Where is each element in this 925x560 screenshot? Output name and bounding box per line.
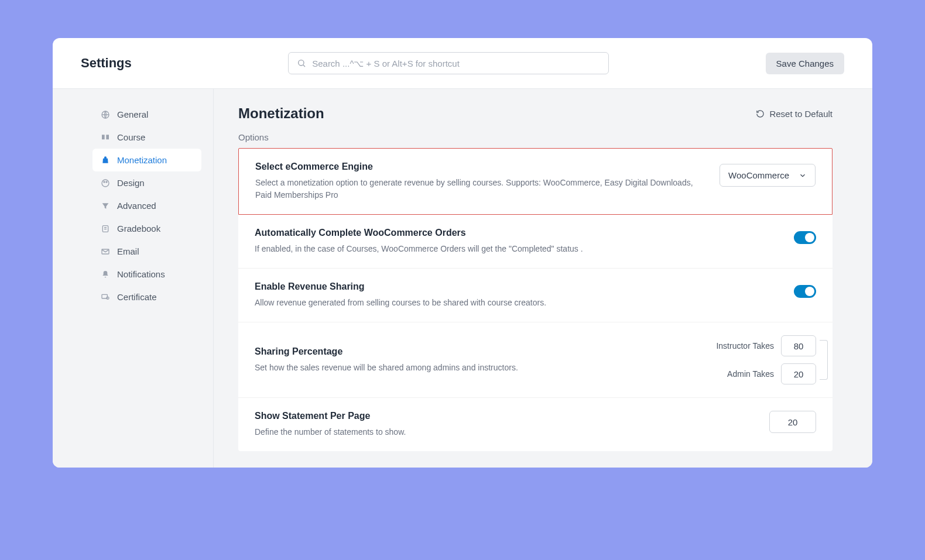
sidebar-item-label: Design: [117, 178, 145, 188]
reset-to-default[interactable]: Reset to Default: [756, 109, 832, 119]
sidebar: General Course Monetization Design Advan…: [53, 89, 214, 468]
sidebar-item-design[interactable]: Design: [92, 171, 201, 194]
sidebar-item-gradebook[interactable]: Gradebook: [92, 217, 201, 240]
main-header: Monetization Reset to Default: [238, 105, 832, 122]
sidebar-item-label: Notifications: [117, 269, 165, 279]
main-title: Monetization: [238, 105, 324, 122]
svg-point-3: [102, 180, 109, 187]
save-button[interactable]: Save Changes: [766, 53, 844, 74]
chevron-down-icon: [799, 171, 807, 180]
body: General Course Monetization Design Advan…: [53, 89, 872, 468]
sidebar-item-label: Gradebook: [117, 224, 160, 233]
filter-icon: [101, 201, 110, 211]
search-icon: [297, 59, 306, 68]
search-wrap: [146, 52, 752, 74]
svg-line-1: [303, 65, 305, 67]
row-ecommerce-engine: Select eCommerce Engine Select a monetiz…: [238, 148, 832, 215]
svg-point-5: [106, 181, 107, 183]
row-text: Sharing Percentage Set how the sales rev…: [255, 346, 693, 374]
percentage-controls: Instructor Takes Admin Takes: [716, 335, 816, 384]
options-panel: Select eCommerce Engine Select a monetiz…: [238, 148, 832, 451]
mail-icon: [101, 247, 110, 256]
select-value: WooCommerce: [728, 170, 789, 180]
sidebar-item-monetization[interactable]: Monetization: [92, 149, 201, 171]
bell-icon: [101, 270, 110, 279]
row-desc: Define the number of statements to show.: [255, 426, 746, 438]
revenue-sharing-toggle[interactable]: [794, 285, 816, 298]
header-bar: Settings Save Changes: [53, 38, 872, 89]
autocomplete-toggle[interactable]: [794, 231, 816, 244]
sidebar-item-certificate[interactable]: Certificate: [92, 286, 201, 308]
palette-icon: [101, 178, 110, 188]
row-autocomplete-orders: Automatically Complete WooCommerce Order…: [238, 215, 832, 269]
row-title: Show Statement Per Page: [255, 411, 746, 421]
svg-point-0: [299, 60, 304, 66]
sidebar-item-label: Course: [117, 132, 145, 142]
admin-input[interactable]: [781, 363, 816, 384]
page-title: Settings: [81, 56, 132, 71]
row-desc: Allow revenue generated from selling cou…: [255, 297, 770, 309]
row-title: Enable Revenue Sharing: [255, 281, 770, 292]
instructor-input[interactable]: [781, 335, 816, 356]
row-text: Select eCommerce Engine Select a monetiz…: [255, 162, 696, 201]
search-input[interactable]: [312, 59, 600, 68]
row-desc: Set how the sales revenue will be shared…: [255, 362, 693, 374]
row-sharing-percentage: Sharing Percentage Set how the sales rev…: [238, 322, 832, 398]
ecommerce-engine-select[interactable]: WooCommerce: [720, 164, 816, 187]
row-title: Select eCommerce Engine: [255, 162, 696, 172]
sidebar-item-advanced[interactable]: Advanced: [92, 194, 201, 217]
admin-row: Admin Takes: [727, 363, 816, 384]
search-box[interactable]: [288, 52, 609, 74]
bag-icon: [101, 156, 110, 165]
certificate-icon: [101, 293, 110, 302]
reset-icon: [756, 109, 765, 118]
bracket-decoration: [820, 340, 828, 380]
row-text: Enable Revenue Sharing Allow revenue gen…: [255, 281, 770, 309]
sidebar-item-label: Certificate: [117, 292, 157, 302]
row-title: Automatically Complete WooCommerce Order…: [255, 228, 770, 238]
instructor-row: Instructor Takes: [716, 335, 816, 356]
admin-label: Admin Takes: [727, 369, 774, 379]
sidebar-item-general[interactable]: General: [92, 103, 201, 126]
settings-window: Settings Save Changes General Course: [53, 38, 872, 468]
sidebar-item-notifications[interactable]: Notifications: [92, 263, 201, 286]
row-desc: If enabled, in the case of Courses, WooC…: [255, 243, 770, 255]
document-icon: [101, 224, 110, 233]
sidebar-item-label: Advanced: [117, 201, 156, 211]
main-content: Monetization Reset to Default Options Se…: [214, 89, 872, 468]
row-text: Show Statement Per Page Define the numbe…: [255, 411, 746, 438]
sidebar-item-label: Email: [117, 246, 139, 256]
reset-label: Reset to Default: [769, 109, 832, 119]
sidebar-item-course[interactable]: Course: [92, 126, 201, 149]
sidebar-item-label: General: [117, 109, 148, 119]
options-label: Options: [238, 132, 832, 142]
globe-icon: [101, 110, 110, 119]
row-title: Sharing Percentage: [255, 346, 693, 357]
sidebar-item-label: Monetization: [117, 155, 167, 165]
row-text: Automatically Complete WooCommerce Order…: [255, 228, 770, 255]
svg-point-4: [104, 181, 105, 183]
row-desc: Select a monetization option to generate…: [255, 177, 696, 201]
book-icon: [101, 133, 110, 142]
statement-per-page-input[interactable]: [769, 411, 816, 433]
sidebar-item-email[interactable]: Email: [92, 240, 201, 263]
instructor-label: Instructor Takes: [716, 341, 774, 351]
row-revenue-sharing: Enable Revenue Sharing Allow revenue gen…: [238, 269, 832, 322]
row-statement-per-page: Show Statement Per Page Define the numbe…: [238, 398, 832, 451]
